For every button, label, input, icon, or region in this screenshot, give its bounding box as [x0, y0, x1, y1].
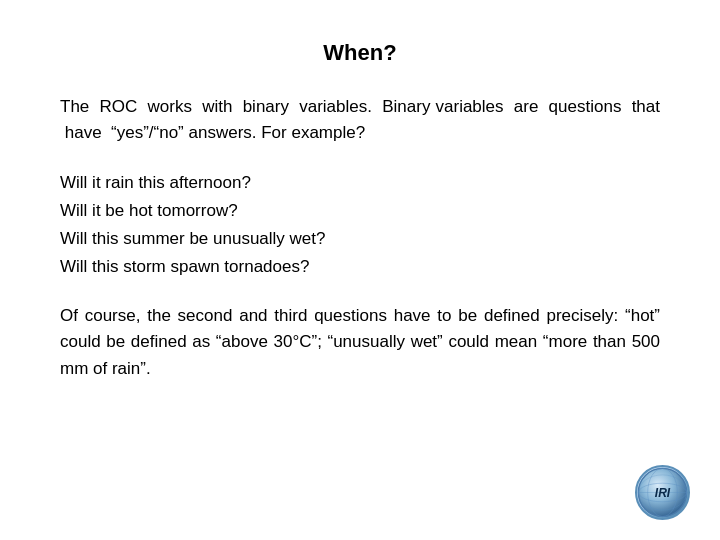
question-line-2: Will it be hot tomorrow?: [60, 197, 660, 225]
content-area: The ROC works with binary variables. Bin…: [60, 94, 660, 500]
logo-circle: IRI: [635, 465, 690, 520]
question-line-1: Will it rain this afternoon?: [60, 169, 660, 197]
slide: When? The ROC works with binary variable…: [0, 0, 720, 540]
slide-title: When?: [60, 40, 660, 66]
logo-svg: IRI: [637, 465, 688, 520]
question-line-3: Will this summer be unusually wet?: [60, 225, 660, 253]
paragraph-1: The ROC works with binary variables. Bin…: [60, 94, 660, 147]
question-line-4: Will this storm spawn tornadoes?: [60, 253, 660, 281]
iri-logo: IRI: [635, 465, 690, 520]
paragraph-3-text: Of course, the second and third question…: [60, 306, 660, 378]
paragraph-3: Of course, the second and third question…: [60, 303, 660, 382]
paragraph-1-text: The ROC works with binary variables. Bin…: [60, 97, 660, 142]
paragraph-2: Will it rain this afternoon? Will it be …: [60, 169, 660, 281]
svg-text:IRI: IRI: [655, 486, 671, 500]
